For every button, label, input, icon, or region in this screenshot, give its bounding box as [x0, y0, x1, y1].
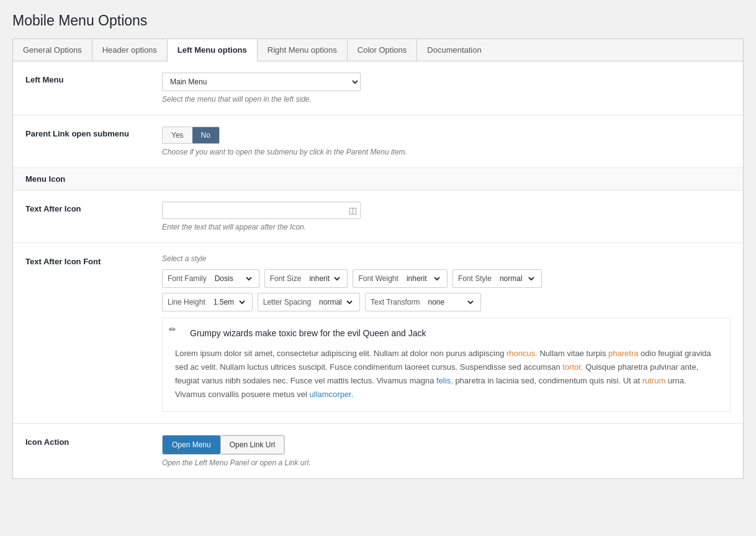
icon-action-hint: Open the Left Menu Panel or open a Link … [162, 458, 731, 467]
line-height-label: Line Height [168, 298, 205, 306]
text-transform-label: Text Transform [371, 298, 420, 306]
tab-header[interactable]: Header options [92, 39, 168, 61]
icon-action-content: Open Menu Open Link Url Open the Left Me… [162, 435, 731, 467]
letter-spacing-select[interactable]: normal 1px 2px [314, 296, 354, 308]
left-menu-label: Left Menu [25, 73, 162, 84]
text-after-icon-font-row: Text After Icon Font Select a style Font… [13, 243, 743, 424]
font-style-group: Font Style normal italic oblique [452, 269, 542, 288]
tab-docs[interactable]: Documentation [417, 39, 491, 61]
tab-general[interactable]: General Options [13, 39, 92, 61]
parent-link-content: Yes No Choose if you want to open the su… [162, 127, 731, 156]
font-family-label: Font Family [168, 274, 207, 283]
preview-headline: Grumpy wizards make toxic brew for the e… [175, 328, 718, 338]
parent-link-yes[interactable]: Yes [163, 127, 192, 143]
menu-icon-header: Menu Icon [13, 168, 743, 190]
page-title: Mobile Menu Options [12, 12, 744, 29]
left-menu-hint: Select the menu that will open in the le… [162, 95, 731, 104]
parent-link-toggle: Yes No [162, 127, 220, 144]
parent-link-hint: Choose if you want to open the submenu b… [162, 148, 731, 156]
text-after-icon-hint: Enter the text that will appear after th… [162, 223, 731, 231]
text-after-icon-input[interactable] [162, 202, 361, 219]
highlight-pharetra: pharetra [608, 349, 638, 358]
tab-color[interactable]: Color Options [348, 39, 417, 61]
left-menu-content: Main Menu Secondary Menu Footer Menu Sel… [162, 73, 731, 104]
font-size-label: Font Size [270, 274, 302, 283]
font-family-group: Font Family Dosis Arial Georgia [162, 269, 259, 288]
font-size-select[interactable]: inherit 12px 14px 16px [304, 272, 342, 285]
font-controls-row-1: Font Family Dosis Arial Georgia Font Siz… [162, 269, 731, 288]
parent-link-no[interactable]: No [192, 127, 219, 143]
tab-right-menu[interactable]: Right Menu options [258, 39, 348, 61]
parent-link-row: Parent Link open submenu Yes No Choose i… [13, 115, 743, 168]
highlight-felis: felis, [436, 376, 453, 385]
highlight-ullamcorper: ullamcorper. [310, 390, 354, 399]
text-after-icon-row: Text After Icon ◫ Enter the text that wi… [13, 190, 743, 243]
icon-action-row: Icon Action Open Menu Open Link Url Open… [13, 424, 743, 478]
font-weight-select[interactable]: inherit normal bold 600 [402, 272, 442, 285]
input-icon: ◫ [349, 205, 357, 215]
options-panel: Left Menu Main Menu Secondary Menu Foote… [12, 61, 744, 479]
text-after-icon-font-content: Select a style Font Family Dosis Arial G… [162, 254, 731, 412]
preview-pencil-icon: ✏ [169, 324, 176, 334]
line-height-select[interactable]: 1.5em 1em 2em [209, 296, 247, 308]
tabs-bar: General Options Header options Left Menu… [12, 38, 744, 61]
highlight-rhoncus: rhoncus. [506, 349, 538, 358]
tab-left-menu[interactable]: Left Menu options [168, 39, 258, 61]
open-link-button[interactable]: Open Link Url [220, 436, 284, 454]
line-height-group: Line Height 1.5em 1em 2em [162, 293, 253, 311]
font-weight-label: Font Weight [358, 274, 398, 283]
text-after-icon-content: ◫ Enter the text that will appear after … [162, 202, 731, 231]
icon-action-label: Icon Action [25, 435, 162, 447]
letter-spacing-group: Letter Spacing normal 1px 2px [258, 293, 360, 311]
highlight-rutrum: rutrum [642, 376, 666, 385]
open-menu-button[interactable]: Open Menu [163, 436, 220, 454]
letter-spacing-label: Letter Spacing [263, 298, 311, 306]
preview-body: Lorem ipsum dolor sit amet, consectetur … [175, 347, 718, 401]
text-transform-group: Text Transform none uppercase lowercase … [365, 293, 481, 311]
page-wrapper: Mobile Menu Options General Options Head… [0, 0, 756, 491]
font-style-label: Font Style [458, 274, 492, 283]
left-menu-row: Left Menu Main Menu Secondary Menu Foote… [13, 61, 743, 115]
font-family-select[interactable]: Dosis Arial Georgia [210, 272, 254, 285]
left-menu-select[interactable]: Main Menu Secondary Menu Footer Menu [162, 73, 361, 91]
font-preview-box: ✏ Grumpy wizards make toxic brew for the… [162, 318, 731, 412]
font-style-select[interactable]: normal italic oblique [495, 272, 536, 285]
highlight-tortor: tortor. [562, 362, 583, 372]
text-after-icon-input-wrap: ◫ [162, 202, 361, 219]
parent-link-label: Parent Link open submenu [25, 127, 162, 138]
text-after-icon-label: Text After Icon [25, 202, 162, 213]
font-weight-group: Font Weight inherit normal bold 600 [353, 269, 447, 288]
font-size-group: Font Size inherit 12px 14px 16px [264, 269, 348, 288]
text-after-icon-font-label: Text After Icon Font [25, 254, 162, 266]
font-controls-row-2: Line Height 1.5em 1em 2em Letter Spacing… [162, 293, 731, 311]
select-style-label: Select a style [162, 254, 731, 263]
icon-action-toggle: Open Menu Open Link Url [162, 435, 285, 455]
text-transform-select[interactable]: none uppercase lowercase capitalize [423, 296, 475, 308]
